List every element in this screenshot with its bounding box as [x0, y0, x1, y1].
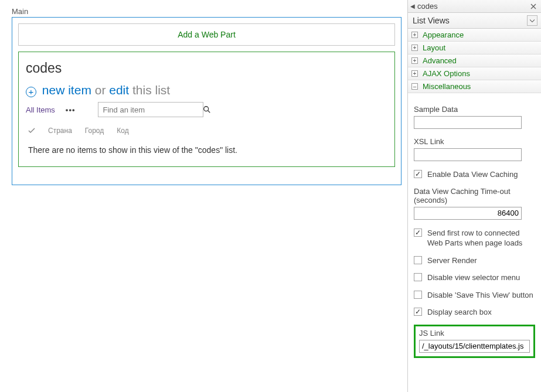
misc-body: Sample Data XSL Link Enable Data View Ca… [408, 93, 541, 364]
section-appearance[interactable]: + Appearance [408, 29, 541, 42]
panel-title-bar: ◀ codes [408, 0, 541, 13]
col-header-1[interactable]: Город [85, 127, 104, 135]
js-link-label: JS Link [419, 329, 530, 338]
search-input[interactable] [102, 105, 203, 115]
chevron-down-icon[interactable] [527, 15, 537, 26]
js-link-input[interactable] [419, 340, 530, 353]
section-ajax[interactable]: + AJAX Options [408, 67, 541, 80]
timeout-label: Data View Caching Time-out (seconds) [414, 187, 535, 204]
section-ajax-label: AJAX Options [423, 69, 470, 78]
search-icon[interactable] [203, 105, 211, 114]
page-title: codes [26, 60, 387, 76]
col-header-2[interactable]: Код [117, 127, 128, 135]
expand-icon[interactable]: + [411, 32, 418, 38]
panel-back-icon[interactable]: ◀ [410, 3, 415, 9]
plus-icon[interactable]: + [26, 87, 36, 97]
zone-main: Add a Web Part codes + new item or edit … [12, 17, 402, 185]
section-appearance-label: Appearance [423, 30, 464, 39]
send-first-row-checkbox[interactable] [414, 229, 422, 237]
section-misc-label: Miscellaneous [423, 82, 471, 91]
timeout-input[interactable] [414, 207, 522, 220]
view-link[interactable]: All Items [26, 105, 55, 114]
list-actions: + new item or edit this list [26, 83, 387, 97]
panel-subheader: List Views [413, 16, 450, 25]
edit-link[interactable]: edit [109, 83, 129, 97]
display-search-checkbox[interactable] [414, 308, 422, 316]
properties-panel: ◀ codes List Views + Appearance + Layout… [407, 0, 541, 392]
server-render-checkbox[interactable] [414, 256, 422, 264]
xsl-link-input[interactable] [414, 148, 522, 161]
webpart-codes: codes + new item or edit this list All I… [18, 52, 395, 167]
column-headers: Страна Город Код [26, 125, 387, 139]
server-render-label: Server Render [427, 255, 477, 266]
enable-caching-label: Enable Data View Caching [427, 169, 518, 180]
zone-label: Main [12, 7, 402, 16]
add-webpart-label: Add a Web Part [178, 30, 236, 39]
expand-icon[interactable]: + [411, 45, 418, 51]
disable-save-view-label: Disable 'Save This View' button [427, 290, 533, 301]
check-icon[interactable] [28, 127, 35, 134]
disable-view-selector-label: Disable view selector menu [427, 272, 520, 283]
panel-subheader-row[interactable]: List Views [408, 13, 541, 29]
collapse-icon[interactable]: – [411, 83, 418, 90]
ellipsis-icon[interactable]: ••• [66, 105, 76, 114]
new-item-link[interactable]: new item [42, 83, 91, 97]
section-advanced-label: Advanced [423, 56, 457, 65]
sample-data-input[interactable] [414, 116, 522, 129]
svg-line-1 [207, 111, 210, 113]
add-webpart-button[interactable]: Add a Web Part [18, 23, 395, 46]
send-first-row-label: Send first row to connected Web Parts wh… [427, 228, 535, 248]
section-misc[interactable]: – Miscellaneous [408, 80, 541, 93]
close-icon[interactable] [529, 2, 537, 11]
section-layout[interactable]: + Layout [408, 42, 541, 54]
js-link-highlight: JS Link [414, 325, 535, 358]
search-input-wrapper[interactable] [98, 102, 203, 117]
svg-point-0 [203, 107, 208, 111]
or-text: or [95, 83, 106, 97]
sample-data-label: Sample Data [414, 105, 535, 114]
expand-icon[interactable]: + [411, 57, 418, 64]
enable-caching-checkbox[interactable] [414, 170, 422, 178]
panel-title: codes [417, 2, 438, 11]
this-list-text: this list [132, 83, 170, 97]
display-search-label: Display search box [427, 307, 492, 318]
xsl-link-label: XSL Link [414, 137, 535, 146]
section-layout-label: Layout [423, 43, 445, 52]
disable-save-view-checkbox[interactable] [414, 291, 422, 299]
section-advanced[interactable]: + Advanced [408, 54, 541, 67]
empty-message: There are no items to show in this view … [28, 145, 387, 155]
disable-view-selector-checkbox[interactable] [414, 273, 422, 281]
col-header-0[interactable]: Страна [48, 127, 72, 135]
expand-icon[interactable]: + [411, 70, 418, 77]
